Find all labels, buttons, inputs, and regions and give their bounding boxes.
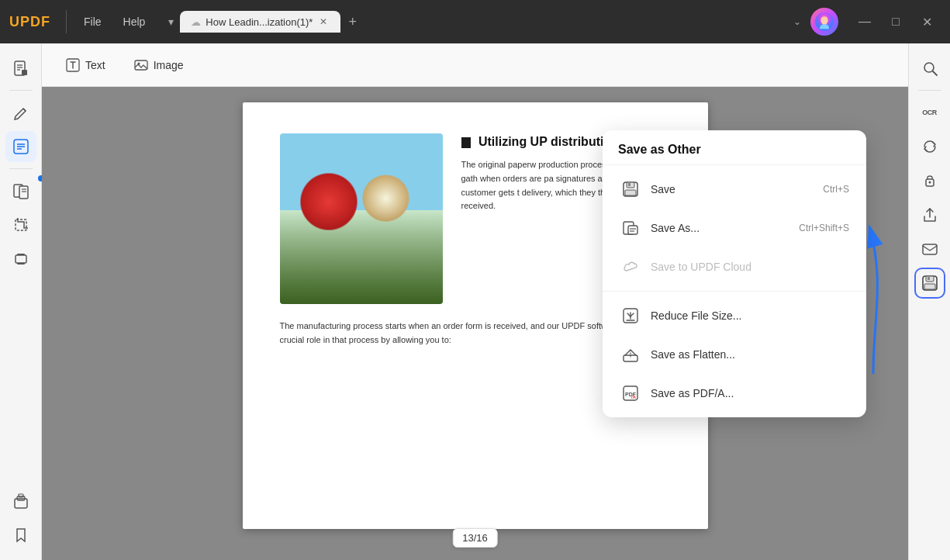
sidebar-separator-1 — [9, 90, 33, 91]
ocr-label: OCR — [922, 109, 937, 116]
save-other-button[interactable] — [914, 268, 945, 299]
sidebar-item-annotation[interactable] — [5, 97, 36, 128]
page-number-badge: 13/16 — [452, 528, 498, 548]
workers-image — [280, 133, 443, 304]
svg-text:/A: /A — [631, 395, 637, 399]
sidebar-item-layers[interactable] — [5, 244, 36, 275]
menu-file[interactable]: File — [76, 12, 109, 31]
section-marker — [461, 137, 471, 148]
tabs-dropdown-icon[interactable]: ⌄ — [790, 13, 804, 30]
reduce-file-size-button[interactable]: Reduce File Size... — [609, 296, 860, 335]
titlebar: UPDF File Help ▾ ☁ How Leadin...ization(… — [0, 0, 950, 43]
app-logo: UPDF — [9, 14, 50, 30]
toolbar: Text Image — [42, 43, 908, 87]
sidebar-item-bookmark[interactable] — [5, 520, 36, 551]
menu-help[interactable]: Help — [116, 12, 154, 31]
main-container: Text Image — [0, 43, 950, 560]
svg-rect-17 — [17, 263, 25, 264]
svg-rect-11 — [19, 186, 28, 199]
protect-button[interactable] — [914, 165, 945, 196]
left-sidebar — [0, 43, 42, 560]
active-tab[interactable]: ☁ How Leadin...ization(1)* ✕ — [180, 11, 340, 33]
save-shortcut: Ctrl+S — [823, 184, 849, 195]
svg-rect-20 — [19, 494, 23, 497]
save-pdfa-button[interactable]: PDF /A Save as PDF/A... — [609, 374, 860, 413]
save-section: Save Ctrl+S — [603, 165, 866, 291]
content-wrapper: Text Image — [42, 43, 908, 560]
save-as-label: Save As... — [651, 222, 700, 234]
sidebar-item-layers-bottom[interactable] — [5, 486, 36, 517]
minimize-button[interactable]: — — [851, 8, 879, 36]
save-as-other-title: Save as Other — [603, 130, 866, 165]
save-as-other-panel: Save as Other — [603, 130, 866, 417]
save-label: Save — [651, 183, 675, 195]
save-cloud-label: Save to UPDF Cloud — [651, 261, 751, 273]
save-as-button[interactable]: Save As... Ctrl+Shift+S — [609, 209, 860, 247]
text-tool-label: Text — [85, 59, 105, 71]
svg-rect-14 — [16, 220, 26, 230]
tab-area: ▾ ☁ How Leadin...ization(1)* ✕ + — [165, 11, 784, 33]
svg-rect-27 — [628, 183, 630, 186]
sidebar-item-crop[interactable] — [5, 209, 36, 240]
send-button[interactable] — [914, 233, 945, 264]
reduce-label: Reduce File Size... — [651, 309, 742, 322]
text-tool-icon — [65, 57, 81, 73]
save-flatten-button[interactable]: Save as Flatten... — [609, 335, 860, 374]
flatten-label: Save as Flatten... — [651, 348, 735, 361]
save-as-shortcut: Ctrl+Shift+S — [799, 223, 849, 233]
svg-rect-16 — [17, 254, 25, 255]
svg-point-44 — [928, 181, 931, 184]
maximize-button[interactable]: □ — [882, 8, 910, 36]
svg-point-41 — [924, 63, 934, 72]
content-area: Utilizing UP distribution The original p… — [42, 87, 908, 560]
cloud-icon — [620, 256, 641, 278]
image-tool-icon — [133, 57, 149, 73]
sidebar-separator-2 — [9, 168, 33, 169]
svg-rect-30 — [628, 226, 637, 234]
image-tool-label: Image — [154, 59, 184, 71]
svg-rect-49 — [924, 284, 935, 289]
tab-history-icon[interactable]: ▾ — [165, 14, 177, 29]
pdfa-label: Save as PDF/A... — [651, 387, 734, 399]
convert-button[interactable] — [914, 131, 945, 162]
avatar — [810, 8, 838, 36]
svg-rect-48 — [928, 277, 930, 280]
sidebar-item-reader[interactable] — [5, 53, 36, 84]
pdfa-icon: PDF /A — [620, 382, 641, 404]
svg-rect-45 — [923, 244, 937, 254]
svg-line-42 — [933, 71, 937, 75]
svg-rect-28 — [625, 190, 636, 195]
save-cloud-button[interactable]: Save to UPDF Cloud — [609, 247, 860, 286]
add-tab-button[interactable]: + — [344, 12, 361, 32]
window-controls: — □ ✕ — [851, 8, 941, 36]
close-button[interactable]: ✕ — [913, 8, 941, 36]
tab-title: How Leadin...ization(1)* — [206, 16, 313, 28]
right-sidebar-sep-1 — [918, 90, 941, 91]
save-button[interactable]: Save Ctrl+S — [609, 170, 860, 209]
sidebar-item-edit[interactable] — [5, 131, 36, 162]
compress-icon — [620, 305, 641, 327]
search-right-button[interactable] — [914, 53, 945, 84]
image-tool-button[interactable]: Image — [123, 53, 195, 78]
sidebar-item-pages[interactable] — [5, 175, 36, 206]
svg-rect-5 — [22, 70, 27, 75]
ocr-button[interactable]: OCR — [914, 97, 945, 128]
other-section: Reduce File Size... — [603, 291, 866, 417]
share-button[interactable] — [914, 199, 945, 230]
flatten-icon — [620, 344, 641, 365]
svg-rect-15 — [16, 255, 26, 263]
tab-cloud-icon: ☁ — [191, 16, 201, 28]
right-sidebar: OCR — [908, 43, 950, 560]
save-as-icon — [620, 217, 641, 239]
titlebar-divider — [66, 10, 67, 33]
tab-close-button[interactable]: ✕ — [317, 16, 330, 28]
save-disk-icon — [620, 178, 641, 200]
text-tool-button[interactable]: Text — [54, 53, 116, 78]
